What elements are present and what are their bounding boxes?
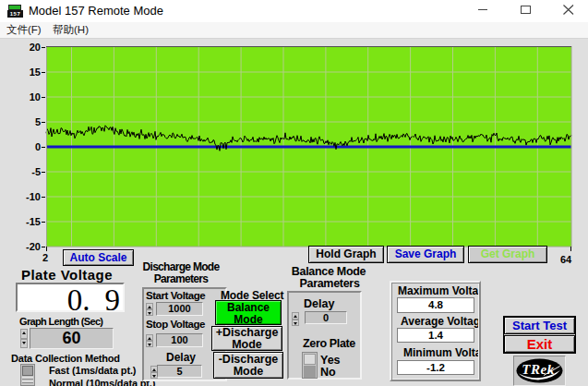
svg-text:TRek: TRek	[522, 362, 554, 377]
